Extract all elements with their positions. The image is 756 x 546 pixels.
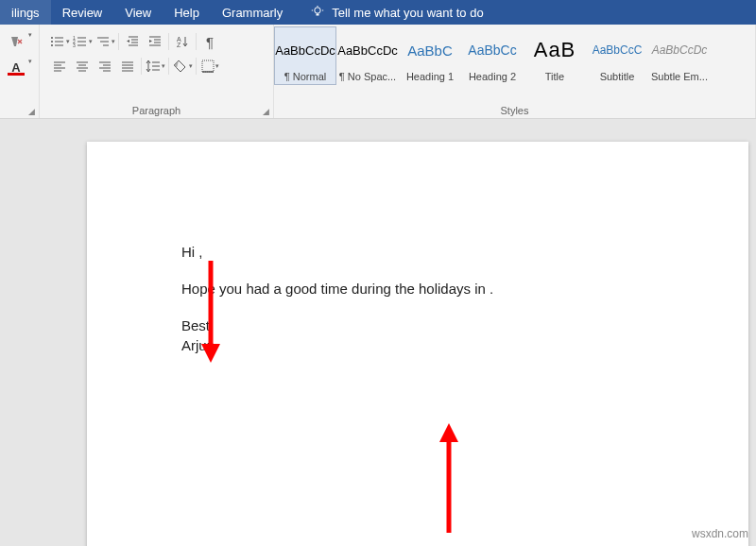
style-subtle-emphasis[interactable]: AaBbCcDc Subtle Em... <box>648 26 711 85</box>
font-group-label: ◢ <box>0 103 39 118</box>
style-heading-1[interactable]: AaBbC Heading 1 <box>399 26 461 85</box>
menubar: ilings Review View Help Grammarly Tell m… <box>0 0 756 25</box>
dialog-launcher-icon[interactable]: ◢ <box>28 107 35 116</box>
document-page[interactable]: Hi , Hope you had a good time during the… <box>87 142 748 546</box>
doc-line-signoff[interactable]: Best, <box>181 316 654 335</box>
svg-rect-1 <box>317 14 319 16</box>
dropdown-arrow-icon[interactable]: ▾ <box>28 31 32 52</box>
styles-gallery[interactable]: AaBbCcDc ¶ Normal AaBbCcDc ¶ No Spac... … <box>274 25 711 89</box>
numbered-list-icon[interactable]: 123▾ <box>71 31 94 52</box>
align-justify-icon[interactable] <box>116 56 139 77</box>
tab-review[interactable]: Review <box>51 0 114 25</box>
styles-group: AaBbCcDc ¶ Normal AaBbCcDc ¶ No Spac... … <box>274 25 756 118</box>
document-area: Hi , Hope you had a good time during the… <box>0 119 756 546</box>
svg-rect-49 <box>202 60 214 72</box>
tell-me-search[interactable]: Tell me what you want to do <box>311 6 483 20</box>
font-group-partial: ▾ A ▾ ◢ <box>0 25 40 118</box>
svg-point-7 <box>51 44 53 46</box>
doc-line-body[interactable]: Hope you had a good time during the holi… <box>181 279 654 299</box>
style-preview: AaBbCcDc <box>275 29 335 71</box>
decrease-indent-icon[interactable] <box>121 31 144 52</box>
style-preview: AaBbCcDc <box>652 29 708 71</box>
styles-group-label: Styles <box>274 103 755 118</box>
style-preview: AaBbC <box>407 29 453 71</box>
bullet-list-icon[interactable]: ▾ <box>48 31 71 52</box>
paragraph-group-label: Paragraph◢ <box>40 103 273 118</box>
style-subtitle[interactable]: AaBbCcC Subtitle <box>586 26 648 85</box>
borders-icon[interactable]: ▾ <box>198 56 221 77</box>
align-right-icon[interactable] <box>94 56 116 77</box>
tab-mailings[interactable]: ilings <box>0 0 51 25</box>
dialog-launcher-icon[interactable]: ◢ <box>263 107 269 116</box>
svg-text:3: 3 <box>73 43 76 48</box>
style-title[interactable]: AaB Title <box>524 26 586 85</box>
style-preview: AaBbCcC <box>593 29 643 71</box>
align-left-icon[interactable] <box>48 56 71 77</box>
shading-icon[interactable]: ▾ <box>171 56 194 77</box>
lightbulb-icon <box>311 6 324 19</box>
tab-view[interactable]: View <box>113 0 163 25</box>
dropdown-arrow-icon[interactable]: ▾ <box>28 58 32 78</box>
style-label: ¶ No Spac... <box>339 71 396 82</box>
ribbon: ▾ A ▾ ◢ ▾ 123▾ ▾ <box>0 25 756 119</box>
svg-point-5 <box>51 37 53 39</box>
paragraph-group: ▾ 123▾ ▾ AZ ¶ ▾ <box>40 25 274 118</box>
show-paragraph-marks-icon[interactable]: ¶ <box>198 31 221 52</box>
svg-point-6 <box>51 41 53 43</box>
watermark: wsxdn.com <box>692 527 748 540</box>
clear-formatting-icon[interactable] <box>7 31 26 52</box>
align-center-icon[interactable] <box>71 56 94 77</box>
style-label: Subtle Em... <box>651 71 708 82</box>
doc-line-greeting[interactable]: Hi , <box>181 242 654 262</box>
style-preview: AaBbCcDc <box>337 29 398 71</box>
style-normal[interactable]: AaBbCcDc ¶ Normal <box>274 26 336 85</box>
line-spacing-icon[interactable]: ▾ <box>144 56 166 77</box>
style-label: Title <box>545 71 564 82</box>
tell-me-label: Tell me what you want to do <box>332 6 483 20</box>
font-color-button[interactable]: A <box>7 58 26 78</box>
svg-text:Z: Z <box>177 42 181 48</box>
sort-icon[interactable]: AZ <box>171 31 194 52</box>
style-no-spacing[interactable]: AaBbCcDc ¶ No Spac... <box>336 26 399 85</box>
style-label: Heading 2 <box>469 71 516 82</box>
multilevel-list-icon[interactable]: ▾ <box>94 31 116 52</box>
style-label: Heading 1 <box>406 71 454 82</box>
increase-indent-icon[interactable] <box>144 31 166 52</box>
doc-line-name[interactable]: Arjun <box>181 335 654 355</box>
svg-point-0 <box>315 8 320 13</box>
style-label: ¶ Normal <box>284 71 326 82</box>
style-preview: AaB <box>534 29 576 71</box>
style-label: Subtitle <box>600 71 635 82</box>
style-preview: AaBbCc <box>468 29 516 71</box>
tab-grammarly[interactable]: Grammarly <box>211 0 294 25</box>
tab-help[interactable]: Help <box>163 0 211 25</box>
style-heading-2[interactable]: AaBbCc Heading 2 <box>461 26 524 85</box>
